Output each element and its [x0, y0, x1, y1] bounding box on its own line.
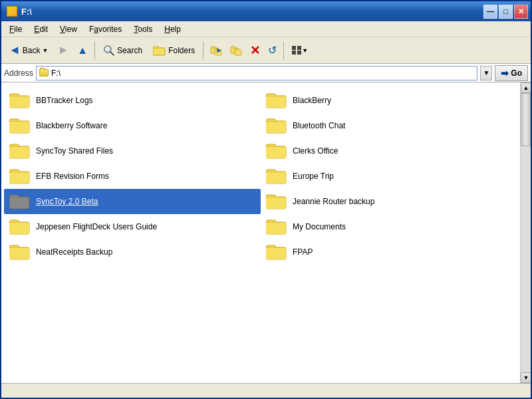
content-area: BBTracker Logs BlackBerry Blackberry Sof…: [1, 82, 531, 383]
svg-rect-33: [9, 248, 29, 259]
file-name-label: SyncToy Shared Files: [36, 146, 113, 156]
address-label: Address: [4, 68, 33, 78]
delete-button[interactable]: ✕: [247, 40, 263, 61]
folders-button[interactable]: Folders: [148, 40, 200, 61]
folders-icon: [153, 45, 166, 56]
back-icon: ◄: [9, 43, 21, 57]
svg-rect-22: [9, 172, 29, 184]
file-name-label: Jeannie Router backup: [293, 197, 374, 206]
folder-icon: [266, 142, 287, 160]
scrollbar[interactable]: ▲ ▼: [520, 82, 531, 383]
title-bar-left: F:\: [7, 6, 32, 17]
back-dropdown-icon: ▼: [43, 47, 49, 54]
move-to-button[interactable]: [207, 40, 225, 61]
scroll-thumb[interactable]: [521, 93, 531, 146]
address-input-wrap[interactable]: F:\: [36, 66, 477, 80]
go-button[interactable]: ➡ Go: [495, 65, 528, 81]
go-arrow-icon: ➡: [501, 68, 509, 78]
search-button[interactable]: Search: [98, 40, 147, 61]
search-icon: [103, 45, 115, 57]
svg-rect-24: [266, 172, 286, 184]
folder-icon: [9, 92, 31, 109]
title-bar: F:\ — □ ✕: [1, 1, 531, 21]
svg-line-2: [110, 52, 114, 55]
toolbar: ◄ Back ▼ ► ▲ Search: [1, 37, 531, 64]
views-dropdown-icon: ▼: [302, 47, 308, 54]
file-name-label: Clerks Office: [293, 146, 338, 156]
folder-icon: [266, 92, 287, 109]
back-button[interactable]: ◄ Back ▼: [4, 40, 53, 61]
status-bar: [1, 383, 531, 398]
file-name-label: BBTracker Logs: [36, 96, 93, 105]
file-name-label: EFB Revision Forms: [36, 172, 109, 181]
toolbar-separator-2: [203, 41, 203, 60]
folder-icon: [9, 117, 31, 134]
folder-icon: [266, 193, 287, 210]
copy-icon: [230, 45, 242, 57]
svg-rect-16: [266, 122, 286, 133]
address-dropdown-button[interactable]: ▼: [480, 66, 492, 80]
address-text: F:\: [51, 68, 474, 78]
list-item[interactable]: Jeppesen FlightDeck Users Guide: [4, 214, 261, 239]
svg-rect-18: [9, 147, 29, 158]
folder-icon: [9, 142, 31, 160]
menu-bar: File Edit View Favorites Tools Help: [1, 21, 531, 37]
delete-icon: ✕: [250, 43, 260, 58]
minimize-button[interactable]: —: [483, 5, 497, 19]
svg-rect-14: [9, 122, 29, 133]
svg-rect-25: [9, 197, 29, 209]
list-item[interactable]: BlackBerry: [261, 88, 517, 113]
back-label: Back: [23, 46, 41, 55]
menu-tools[interactable]: Tools: [128, 23, 158, 35]
file-name-label: Europe Trip: [293, 172, 334, 181]
list-item[interactable]: Jeannie Router backup: [261, 189, 517, 214]
go-label: Go: [511, 68, 522, 78]
undo-button[interactable]: ↺: [265, 40, 280, 61]
views-button[interactable]: ▼: [287, 40, 313, 61]
file-name-label: FPAP: [293, 247, 313, 257]
list-item[interactable]: BBTracker Logs: [4, 88, 261, 113]
folder-icon: [9, 168, 31, 185]
menu-view[interactable]: View: [55, 23, 82, 35]
close-button[interactable]: ✕: [514, 5, 528, 19]
list-item[interactable]: My Documents: [261, 214, 517, 239]
list-item[interactable]: Clerks Office: [261, 138, 517, 164]
menu-favorites[interactable]: Favorites: [84, 23, 127, 35]
menu-file[interactable]: File: [4, 23, 27, 35]
views-icon: [292, 46, 301, 55]
maximize-button[interactable]: □: [499, 5, 513, 19]
window-title: F:\: [21, 7, 32, 17]
svg-rect-29: [9, 223, 29, 234]
svg-rect-35: [266, 248, 286, 259]
explorer-window: F:\ — □ ✕ File Edit View Favorites Tools…: [0, 0, 532, 399]
list-item[interactable]: Europe Trip: [261, 164, 517, 189]
list-item[interactable]: Bluetooth Chat: [261, 113, 517, 138]
file-name-label: Jeppesen FlightDeck Users Guide: [36, 222, 157, 231]
list-item[interactable]: SyncToy 2.0 Beta: [4, 189, 261, 214]
file-name-label: Bluetooth Chat: [293, 121, 345, 130]
folder-icon: [9, 218, 31, 235]
file-name-label: NeatReceipts Backup: [36, 247, 112, 257]
toolbar-separator-1: [94, 41, 95, 60]
forward-button[interactable]: ►: [54, 40, 72, 61]
svg-rect-8: [235, 50, 241, 55]
scroll-down-button[interactable]: ▼: [521, 372, 531, 383]
folder-icon: [9, 243, 31, 261]
copy-to-button[interactable]: [227, 40, 245, 61]
toolbar-separator-3: [283, 41, 284, 60]
list-item[interactable]: SyncToy Shared Files: [4, 138, 261, 164]
list-item[interactable]: EFB Revision Forms: [4, 164, 261, 189]
scroll-up-button[interactable]: ▲: [521, 82, 531, 93]
file-list: BBTracker Logs BlackBerry Blackberry Sof…: [1, 82, 520, 383]
folder-icon: [266, 117, 287, 134]
list-item[interactable]: FPAP: [261, 239, 517, 265]
move-icon: [210, 45, 222, 57]
svg-rect-31: [266, 223, 286, 234]
menu-edit[interactable]: Edit: [29, 23, 53, 35]
list-item[interactable]: Blackberry Software: [4, 113, 261, 138]
menu-help[interactable]: Help: [159, 23, 186, 35]
scroll-track[interactable]: [521, 93, 531, 372]
title-bar-buttons: — □ ✕: [483, 5, 528, 19]
list-item[interactable]: NeatReceipts Backup: [4, 239, 261, 265]
up-button[interactable]: ▲: [74, 40, 91, 61]
